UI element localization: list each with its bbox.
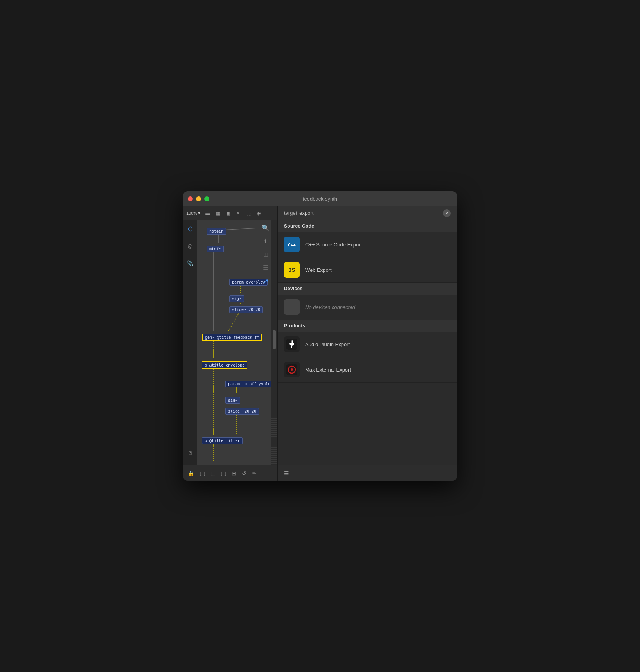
cpp-icon: C++ [284, 237, 300, 252]
toolbar-icon-1[interactable]: ▬ [204, 210, 211, 217]
sidebar-icon-clip[interactable]: 📎 [185, 258, 196, 269]
right-panel-header: target export × [278, 206, 457, 220]
cpp-logo-svg: C++ [286, 239, 298, 250]
list-icon[interactable]: ☰ [261, 263, 270, 272]
no-devices-label: No devices connected [305, 304, 355, 310]
patch-obj-p-stereo[interactable]: p stereo_delay @title dela [202, 465, 269, 465]
vertical-scrollbar[interactable] [271, 220, 277, 465]
device-icon [284, 299, 300, 315]
sidebar-icon-display[interactable]: 🖥 [185, 448, 196, 459]
cpp-export-item[interactable]: C++ C++ Source Code Export [278, 232, 457, 257]
patch-obj-p-envelope[interactable]: p @title envelope [202, 361, 247, 369]
info-icon[interactable]: ℹ [261, 237, 270, 245]
svg-text:C++: C++ [288, 243, 296, 248]
close-button[interactable] [188, 196, 193, 201]
split-icon[interactable]: ▯▯ [261, 250, 270, 259]
minimize-button[interactable] [196, 196, 201, 201]
traffic-lights [188, 196, 209, 201]
left-sidebar: ⬡ ◎ 📎 🖥 [183, 220, 197, 465]
sidebar-icon-target[interactable]: ◎ [185, 241, 196, 252]
toolbar-icons: ▬ ▦ ▣ ✕ ⬚ ◉ [204, 210, 262, 217]
window-title: feedback-synth [303, 196, 337, 202]
close-icon: × [446, 211, 448, 216]
audio-plugin-label: Audio Plugin Export [305, 341, 350, 347]
toolbar-icon-2[interactable]: ▦ [214, 210, 221, 217]
svg-rect-16 [291, 340, 292, 343]
title-bar: feedback-synth [183, 191, 457, 206]
toolbar-icon-3[interactable]: ▣ [225, 210, 232, 217]
patch-obj-p-filter[interactable]: p @title filter [202, 437, 243, 444]
patch-obj-param-cutoff[interactable]: param cutoff @valu [225, 381, 273, 387]
edit-icon[interactable]: ✏ [252, 470, 257, 476]
patch-obj-notein[interactable]: notein [207, 228, 226, 235]
external-icon [284, 362, 300, 377]
close-panel-button[interactable]: × [443, 209, 451, 217]
group-icon[interactable]: ⬚ [210, 470, 216, 476]
maximize-button[interactable] [204, 196, 209, 201]
patch-obj-sig1[interactable]: sig~ [229, 295, 244, 302]
web-export-label: Web Export [305, 267, 332, 273]
no-devices-item: No devices connected [278, 295, 457, 320]
section-products: Products [278, 320, 457, 332]
toolbar-icon-4[interactable]: ✕ [235, 210, 242, 217]
grid-icon[interactable]: ⊞ [232, 470, 236, 476]
svg-rect-17 [292, 340, 293, 343]
list-view-icon[interactable]: ☰ [284, 470, 289, 476]
audio-plugin-item[interactable]: Audio Plugin Export [278, 332, 457, 357]
patch-obj-slide1[interactable]: slide~ 20 20 [229, 306, 263, 313]
max-external-label: Max External Export [305, 367, 351, 373]
patch-obj-slide2[interactable]: slide~ 20 20 [225, 408, 259, 415]
app-window: feedback-synth 100% ▾ ▬ ▦ ▣ ✕ ⬚ ◉ [183, 191, 457, 481]
max-external-item[interactable]: Max External Export [278, 357, 457, 383]
canvas-right-tools: 🔍 ℹ ▯▯ ☰ ↗ [261, 220, 270, 288]
selection-icon[interactable]: ⬚ [200, 470, 205, 476]
toolbar-icon-5[interactable]: ⬚ [245, 210, 252, 217]
section-devices: Devices [278, 283, 457, 295]
patch-obj-mtof[interactable]: mtof~ [207, 246, 224, 252]
zoom-control[interactable]: 100% ▾ [186, 210, 200, 216]
cpp-export-label: C++ Source Code Export [305, 242, 362, 248]
plugin-logo-svg [286, 339, 297, 350]
comment-icon[interactable]: ⬚ [221, 470, 226, 476]
canvas-toolbar: 100% ▾ ▬ ▦ ▣ ✕ ⬚ ◉ [183, 206, 277, 220]
undo-icon[interactable]: ↺ [242, 470, 246, 476]
right-panel: target export × Source Code C++ [278, 206, 457, 481]
header-value: export [299, 210, 313, 216]
patch-canvas[interactable]: notein mtof~ param overblow sig~ slide~ … [197, 220, 277, 465]
zoom-arrow: ▾ [198, 210, 200, 216]
bottom-toolbar-right: ☰ [278, 465, 457, 481]
sidebar-icon-packages[interactable]: ⬡ [185, 223, 196, 234]
export-content: Source Code C++ C++ Source Code Export J… [278, 220, 457, 465]
js-icon: JS [284, 262, 300, 278]
patch-obj-sig2[interactable]: sig~ [225, 397, 240, 404]
plugin-icon [284, 336, 300, 352]
bottom-toolbar-left: 🔒 ⬚ ⬚ ⬚ ⊞ ↺ ✏ [183, 465, 277, 481]
svg-rect-18 [291, 346, 292, 348]
toolbar-icon-6[interactable]: ◉ [255, 210, 262, 217]
export-arrow-icon[interactable]: ↗ [261, 277, 270, 285]
patch-obj-gen-fm[interactable]: gen~ @title feedback-fm [202, 334, 262, 341]
web-export-item[interactable]: JS Web Export [278, 257, 457, 283]
external-logo-svg [286, 364, 297, 375]
search-icon[interactable]: 🔍 [261, 223, 270, 232]
section-source-code: Source Code [278, 220, 457, 232]
svg-line-4 [228, 311, 240, 331]
lock-icon[interactable]: 🔒 [188, 470, 194, 476]
main-content: 100% ▾ ▬ ▦ ▣ ✕ ⬚ ◉ ⬡ ◎ 📎 [183, 206, 457, 481]
svg-point-21 [291, 368, 293, 371]
header-label: target [284, 210, 297, 216]
scrollbar-thumb[interactable] [273, 330, 276, 349]
zoom-level: 100% [186, 211, 197, 216]
